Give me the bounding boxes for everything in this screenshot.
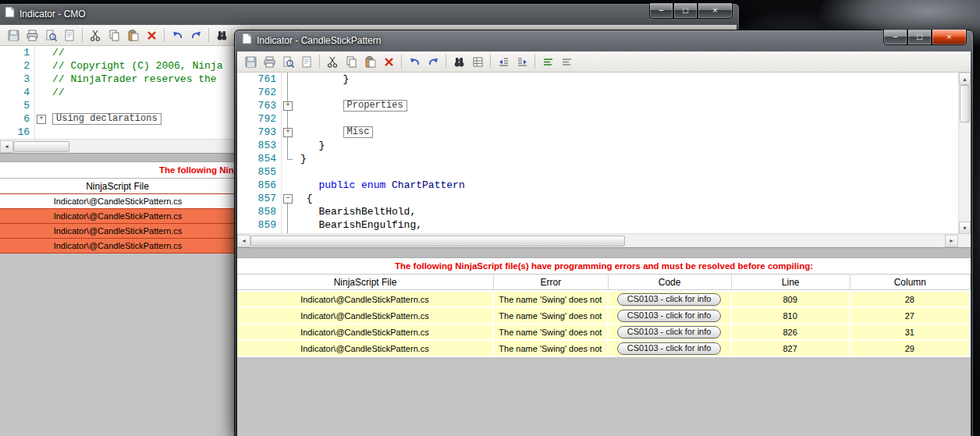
window-controls: − □ × bbox=[649, 3, 733, 19]
paste-icon[interactable] bbox=[361, 53, 378, 70]
fold-margin bbox=[281, 205, 294, 218]
save-icon[interactable] bbox=[5, 27, 22, 44]
comment-icon[interactable] bbox=[539, 53, 556, 70]
scroll-up-button[interactable]: ▲ bbox=[959, 73, 971, 85]
column-header[interactable]: NinjaScript File bbox=[237, 275, 494, 289]
undo-icon[interactable] bbox=[169, 27, 186, 44]
column-header[interactable]: Error bbox=[494, 275, 609, 289]
column-header[interactable]: Code bbox=[609, 275, 732, 289]
fold-margin bbox=[34, 73, 46, 86]
fold-margin bbox=[281, 73, 294, 86]
scrollbar-thumb[interactable] bbox=[250, 236, 625, 246]
copy-icon[interactable] bbox=[343, 53, 360, 70]
delete-icon[interactable] bbox=[380, 53, 397, 70]
error-table: Indicator\@CandleStickPattern.csThe name… bbox=[237, 290, 971, 356]
properties-icon[interactable] bbox=[298, 53, 315, 70]
line-number: 4 bbox=[0, 86, 34, 99]
indent-icon[interactable] bbox=[513, 53, 531, 70]
scroll-down-icon: ▼ bbox=[962, 225, 968, 231]
window-icon bbox=[5, 6, 15, 21]
line-number: 3 bbox=[0, 73, 34, 86]
error-table-header: NinjaScript FileErrorCodeLineColumn bbox=[237, 274, 971, 290]
maximize-icon: □ bbox=[683, 6, 688, 15]
error-row[interactable]: Indicator\@CandleStickPattern.csThe name… bbox=[237, 341, 971, 356]
line-number: 5 bbox=[0, 99, 34, 112]
minimize-button[interactable]: − bbox=[883, 30, 907, 45]
error-cell: 31 bbox=[850, 324, 971, 339]
fold-collapse-icon[interactable]: − bbox=[283, 194, 293, 204]
fold-expand-icon[interactable]: + bbox=[37, 115, 46, 124]
bookmarks-icon[interactable] bbox=[469, 53, 486, 70]
error-code-button[interactable]: CS0103 - click for info bbox=[617, 326, 722, 339]
titlebar[interactable]: Indicator - CandleStickPattern bbox=[234, 30, 974, 51]
line-number: 854 bbox=[237, 152, 281, 165]
scrollbar-thumb[interactable] bbox=[13, 141, 69, 152]
outdent-icon[interactable] bbox=[495, 53, 512, 70]
vertical-scrollbar: ▲ ▼ bbox=[958, 73, 971, 234]
line-number: 6 bbox=[0, 112, 34, 126]
toolbar-separator bbox=[208, 28, 209, 42]
preview-icon[interactable] bbox=[42, 27, 59, 44]
toolbar-separator bbox=[164, 28, 165, 42]
scrollbar-thumb[interactable] bbox=[960, 85, 970, 122]
save-icon[interactable] bbox=[242, 53, 259, 70]
scroll-left-icon: ◄ bbox=[241, 238, 247, 243]
delete-icon[interactable] bbox=[143, 27, 160, 44]
error-cell: Indicator\@CandleStickPattern.cs bbox=[237, 308, 494, 323]
close-icon: × bbox=[712, 6, 717, 15]
scroll-right-button[interactable]: ► bbox=[945, 235, 958, 247]
error-row[interactable]: Indicator\@CandleStickPattern.csThe name… bbox=[237, 324, 971, 339]
print-icon[interactable] bbox=[261, 53, 278, 70]
code-editor[interactable]: 761 }762763+ Properties792793+ Misc853 }… bbox=[237, 73, 971, 247]
code-line: 859 BearishEngulfing, bbox=[237, 218, 958, 232]
cut-icon[interactable] bbox=[87, 27, 104, 44]
find-icon[interactable] bbox=[450, 53, 467, 70]
titlebar[interactable]: Indicator - CMO bbox=[0, 3, 740, 24]
find-icon[interactable] bbox=[213, 27, 230, 44]
panel-splitter[interactable] bbox=[237, 247, 971, 258]
maximize-button[interactable]: □ bbox=[673, 3, 698, 19]
line-number: 792 bbox=[237, 112, 281, 126]
redo-icon[interactable] bbox=[187, 27, 204, 44]
fold-margin bbox=[281, 112, 294, 126]
copy-icon[interactable] bbox=[105, 27, 123, 44]
fold-expand-icon[interactable]: + bbox=[283, 101, 293, 111]
maximize-button[interactable]: □ bbox=[907, 30, 932, 45]
error-code-button[interactable]: CS0103 - click for info bbox=[617, 293, 722, 306]
line-number: 856 bbox=[237, 179, 281, 192]
uncomment-icon[interactable] bbox=[558, 53, 575, 70]
minimize-button[interactable]: − bbox=[649, 3, 673, 19]
error-row[interactable]: Indicator\@CandleStickPattern.csThe name… bbox=[237, 292, 971, 307]
column-header[interactable]: Column bbox=[850, 275, 971, 289]
collapsed-region[interactable]: Using declarations bbox=[52, 113, 162, 125]
print-icon[interactable] bbox=[23, 27, 41, 44]
undo-icon[interactable] bbox=[406, 53, 423, 70]
scroll-left-button[interactable]: ◄ bbox=[237, 235, 250, 247]
properties-icon[interactable] bbox=[61, 27, 78, 44]
column-header[interactable]: NinjaScript File bbox=[0, 179, 236, 193]
fold-margin bbox=[281, 218, 294, 232]
close-button[interactable]: × bbox=[698, 3, 733, 19]
collapsed-region[interactable]: Properties bbox=[343, 100, 407, 112]
error-code-button[interactable]: CS0103 - click for info bbox=[617, 310, 722, 322]
code-line: 793+ Misc bbox=[237, 126, 958, 139]
error-cell: CS0103 - click for info bbox=[609, 308, 732, 323]
code-text: } bbox=[294, 139, 325, 152]
code-line: 855 bbox=[237, 165, 958, 179]
line-number: 793 bbox=[237, 126, 281, 139]
code-text bbox=[294, 165, 300, 179]
fold-expand-icon[interactable]: + bbox=[283, 128, 293, 137]
scroll-down-button[interactable]: ▼ bbox=[959, 222, 971, 234]
preview-icon[interactable] bbox=[279, 53, 296, 70]
collapsed-region[interactable]: Misc bbox=[343, 126, 374, 138]
column-header[interactable]: Line bbox=[732, 275, 850, 289]
paste-icon[interactable] bbox=[124, 27, 141, 44]
error-cell: 810 bbox=[732, 308, 850, 323]
cut-icon[interactable] bbox=[324, 53, 341, 70]
code-line: 853 } bbox=[237, 139, 958, 152]
redo-icon[interactable] bbox=[424, 53, 442, 70]
close-button[interactable]: × bbox=[932, 30, 967, 45]
scroll-left-button[interactable]: ◄ bbox=[0, 140, 13, 153]
error-code-button[interactable]: CS0103 - click for info bbox=[617, 342, 722, 355]
error-row[interactable]: Indicator\@CandleStickPattern.csThe name… bbox=[237, 308, 971, 323]
